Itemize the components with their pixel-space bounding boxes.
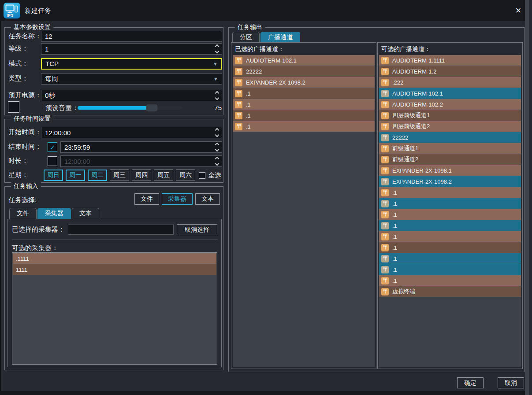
ok-button[interactable]: 确定 (457, 377, 484, 388)
channel-label: EXPANDER-2X-1098.1 (392, 167, 452, 174)
close-icon[interactable]: × (511, 4, 525, 17)
output-tab[interactable]: 广播通道 (260, 32, 300, 43)
channel-item[interactable]: AUDIOTERM-102.1 (233, 55, 375, 66)
duration-checkbox[interactable] (48, 156, 57, 166)
channel-item[interactable]: AUDIOTERM-1.1111 (379, 55, 521, 66)
channel-item[interactable]: 前级通道1 (379, 143, 521, 154)
start-time-spinner[interactable] (41, 127, 222, 138)
chevron-down-icon[interactable]: ▼ (213, 59, 218, 69)
broadcast-channel-icon (381, 233, 389, 240)
channel-item[interactable]: EXPANDER-2X-1098.2 (233, 77, 375, 88)
power-on-input[interactable] (41, 90, 222, 101)
channel-item[interactable]: 四层前级通道2 (379, 121, 521, 132)
channel-item[interactable]: 22222 (233, 66, 375, 77)
source-button[interactable]: 文本 (195, 193, 220, 205)
channel-label: 前级通道1 (392, 144, 418, 152)
weekday-button[interactable]: 周六 (176, 170, 195, 181)
broadcast-channel-icon (381, 79, 389, 86)
channel-item[interactable]: .1 (379, 231, 521, 242)
weekday-button[interactable]: 周日 (44, 170, 63, 181)
broadcast-channel-icon (381, 244, 389, 251)
channel-label: .222 (392, 79, 403, 86)
duration-spinner[interactable] (60, 155, 222, 167)
weekday-button[interactable]: 周四 (132, 170, 151, 181)
channel-item[interactable]: .1 (379, 264, 521, 275)
channel-item[interactable]: .1 (379, 220, 521, 231)
input-tab[interactable]: 文件 (9, 208, 37, 219)
broadcast-channel-icon (235, 123, 242, 130)
end-time-input[interactable] (61, 142, 222, 152)
select-all-days[interactable]: 全选 (199, 170, 221, 181)
level-spinner[interactable] (41, 43, 222, 55)
spin-down-icon[interactable] (215, 148, 219, 152)
channel-item[interactable]: 前级通道2 (379, 154, 521, 165)
level-input[interactable] (41, 44, 222, 54)
window-right-edge (529, 0, 532, 395)
channel-item[interactable]: .1 (379, 209, 521, 220)
duration-input[interactable] (61, 156, 222, 166)
channel-item[interactable]: 虚拟终端 (379, 286, 521, 297)
source-button[interactable]: 采集器 (162, 193, 193, 205)
week-label: 星期： (8, 169, 28, 181)
start-time-input[interactable] (41, 127, 222, 138)
weekday-button[interactable]: 周三 (110, 170, 129, 181)
spin-up-icon[interactable] (215, 143, 219, 147)
source-button[interactable]: 文件 (134, 193, 159, 205)
weekday-button[interactable]: 周一 (66, 170, 85, 181)
end-time-spinner[interactable] (60, 141, 222, 153)
channel-item[interactable]: .1 (379, 187, 521, 198)
broadcast-channel-icon (235, 101, 242, 108)
output-tab[interactable]: 分区 (232, 32, 260, 43)
end-time-checkbox[interactable]: ✓ (48, 142, 57, 152)
spin-down-icon[interactable] (215, 96, 219, 100)
scrollbar-track[interactable] (525, 0, 529, 395)
deselect-button[interactable]: 取消选择 (177, 224, 217, 235)
source-button-label: 文本 (201, 195, 214, 203)
channel-item[interactable]: .1 (233, 121, 375, 132)
spin-down-icon[interactable] (215, 133, 219, 137)
slider-handle[interactable] (146, 104, 157, 111)
group-legend-output: 任务输出 (235, 23, 265, 31)
spin-up-icon[interactable] (215, 44, 219, 49)
type-dropdown[interactable]: 每周 ▼ (41, 73, 222, 85)
collector-item[interactable]: 1111 (13, 264, 216, 275)
channel-item[interactable]: .1 (379, 275, 521, 286)
volume-enable-checkbox[interactable] (8, 101, 19, 113)
broadcast-channel-icon (235, 68, 242, 75)
channel-item[interactable]: AUDIOTERM-102.1 (379, 88, 521, 99)
power-on-spinner[interactable] (41, 90, 222, 101)
channel-item[interactable]: .1 (379, 242, 521, 253)
spin-down-icon[interactable] (215, 162, 219, 166)
collector-item[interactable]: .1111 (13, 253, 216, 264)
channel-item[interactable]: .222 (379, 77, 521, 88)
channel-item[interactable]: .1 (233, 99, 375, 110)
spin-up-icon[interactable] (215, 157, 219, 161)
selected-collector-input[interactable] (68, 225, 173, 234)
mode-label: 模式： (8, 58, 28, 69)
input-tab[interactable]: 文本 (72, 208, 99, 219)
input-tab[interactable]: 采集器 (37, 208, 71, 219)
cancel-button[interactable]: 取消 (498, 377, 524, 388)
channel-item[interactable]: EXPANDER-2X-1098.1 (379, 165, 521, 176)
channel-item[interactable]: .1 (233, 88, 375, 99)
channel-item[interactable]: AUDIOTERM-102.2 (379, 99, 521, 110)
channel-item[interactable]: .1 (379, 253, 521, 264)
channel-item[interactable]: .1 (379, 198, 521, 209)
spin-up-icon[interactable] (215, 128, 219, 133)
channel-item[interactable]: 四层前级通道1 (379, 110, 521, 121)
spin-down-icon[interactable] (215, 49, 219, 54)
weekday-label: 周日 (47, 171, 60, 179)
select-all-checkbox[interactable] (199, 172, 205, 179)
weekday-button[interactable]: 周二 (88, 170, 107, 181)
channel-item[interactable]: AUDIOTERM-1.2 (379, 66, 521, 77)
volume-slider[interactable] (78, 106, 182, 110)
channel-item[interactable]: 22222 (379, 132, 521, 143)
channel-item[interactable]: EXPANDER-2X-1098.2 (379, 176, 521, 187)
chevron-down-icon[interactable]: ▼ (213, 74, 218, 84)
mode-dropdown[interactable]: TCP ▼ (41, 58, 222, 70)
weekday-button[interactable]: 周五 (154, 170, 173, 181)
task-name-input[interactable] (41, 31, 222, 41)
spin-up-icon[interactable] (215, 91, 219, 96)
channel-item[interactable]: .1 (233, 110, 375, 121)
broadcast-channel-icon (381, 255, 389, 262)
